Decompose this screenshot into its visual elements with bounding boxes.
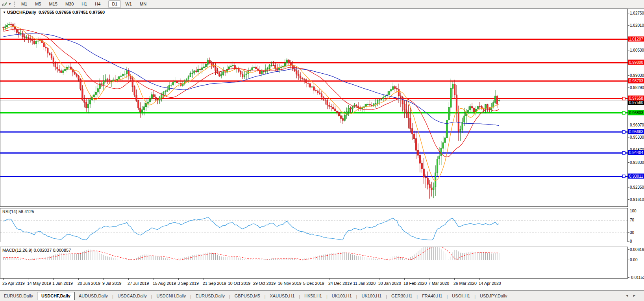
chart-tab-uk100-h1[interactable]: UK100,H1 [328,292,356,300]
level-price-box[interactable]: 1.01207 [628,37,644,42]
chart-tab-usdjpy-daily[interactable]: USDJPY,Daily [476,292,511,300]
date-tick-label: 5 Dec 2019 [303,281,324,286]
chart-tab-eurusd-daily[interactable]: EURUSD,Daily [0,292,37,300]
date-tick-label: 30 Jan 2020 [378,281,401,286]
date-axis: 25 Apr 201914 May 20191 Jun 201920 Jun 2… [0,279,628,289]
chart-tab-usdcnh-daily[interactable]: USDCNH,Daily [153,292,190,300]
chart-tool-icon[interactable] [1,2,7,7]
macd-tick-mark [628,260,629,260]
tabs-scroll-right-icon[interactable]: ► [633,294,640,297]
price-tick-label: 0.92350 [630,185,644,190]
chart-tab-eurusd-daily[interactable]: EURUSD,Daily [192,292,229,300]
level-price-box[interactable]: 0.94404 [628,150,644,155]
date-tick-label: 14 May 2019 [27,281,51,286]
date-tick-mark [454,279,455,280]
date-tick-label: 27 Jul 2019 [128,281,149,286]
date-tick-mark [178,279,179,280]
timeframe-button-h1[interactable]: H1 [78,0,91,8]
date-tick-label: 26 Mar 2020 [453,281,477,286]
price-tick-mark [628,50,629,50]
chart-tab-usoil-h1[interactable]: USOil,H1 [448,292,474,300]
price-tick-mark [628,187,629,188]
date-tick-label: 18 Feb 2020 [403,281,427,286]
chart-tab-gbpusd-m5[interactable]: GBPUSD,M5 [231,292,264,300]
timeframe-button-w1[interactable]: W1 [122,0,135,8]
chart-tab-audusd-daily[interactable]: AUDUSD,Daily [75,292,112,300]
date-tick-label: 20 Jun 2019 [78,281,100,286]
tabs-scroll-left-icon[interactable]: ◄ [625,294,633,297]
timeframe-button-h4[interactable]: H4 [91,0,104,8]
chart-tab-uk100-h1[interactable]: UK100,H1 [357,292,385,300]
date-tick-mark [479,279,480,280]
chart-title: ▼USDCHF,Daily 0.97555 0.97656 0.97451 0.… [3,10,105,15]
timeframe-button-mn[interactable]: MN [136,0,150,8]
chart-ohlc-values: 0.97555 0.97656 0.97451 0.97560 [39,10,105,15]
price-tick-label: 1.00530 [630,48,644,52]
price-tick-label: 0.93830 [630,160,644,165]
date-tick-label: 29 Oct 2019 [253,281,276,286]
date-tick-label: 15 Aug 2019 [153,281,176,286]
rsi-tick-mark [628,220,629,220]
level-price-box[interactable]: 0.98703 [628,78,644,84]
toolbar-grip[interactable] [14,2,15,7]
date-tick-mark [379,279,379,280]
timeframe-toolbar: ▼ M1M5M15M30H1H4D1W1MN [0,0,644,9]
price-chart-panel[interactable] [0,9,628,207]
candlestick-chart [0,9,627,206]
chart-symbol-label: USDCHF,Daily [7,10,36,15]
level-price-box[interactable]: 0.99800 [628,60,644,65]
chart-title-caret[interactable]: ▼ [3,11,6,14]
price-tick-mark [628,162,629,163]
date-tick-label: 7 Mar 2020 [428,281,449,286]
macd-indicator-panel[interactable] [0,247,628,279]
price-tick-mark [628,125,629,125]
chart-tab-fra40-h1[interactable]: FRA40,H1 [418,292,446,300]
date-tick-mark [354,279,354,280]
date-tick-label: 21 Sep 2019 [203,281,226,286]
price-tick-mark [628,199,629,200]
macd-plot [0,247,627,278]
rsi-axis-label: 0 [630,239,632,243]
level-price-box[interactable]: 0.95663 [628,129,644,134]
price-tick-mark [628,13,629,13]
macd-axis-label: -0.011531 [630,275,644,280]
price-tick-label: 0.98290 [630,85,644,90]
timeframe-button-m1[interactable]: M1 [18,0,31,8]
rsi-indicator-panel[interactable] [0,208,628,242]
price-tick-label: 1.02750 [630,11,644,15]
level-price-box[interactable]: 0.97658 [628,96,644,101]
chart-tab-usdcad-daily[interactable]: USDCAD,Daily [114,292,151,300]
date-tick-mark [53,279,54,280]
date-tick-label: 11 Jan 2020 [353,281,376,286]
level-price-box[interactable]: 0.96803 [628,110,644,115]
date-tick-label: 14 Apr 2020 [479,281,501,286]
macd-tick-mark [628,277,629,278]
level-price-box[interactable]: 0.93011 [628,174,644,179]
rsi-axis-label: 70 [630,218,634,222]
chart-tab-hk50-h1[interactable]: HK50,H1 [300,292,326,300]
price-tick-label: 1.02010 [630,23,644,28]
timeframe-button-d1[interactable]: D1 [108,0,121,8]
timeframe-button-m30[interactable]: M30 [62,0,77,8]
date-tick-mark [229,279,229,280]
price-tick-mark [628,25,629,26]
rsi-tick-mark [628,211,629,211]
date-tick-mark [329,279,329,280]
date-tick-mark [78,279,79,280]
chart-tool-dropdown-caret[interactable]: ▼ [8,2,11,6]
timeframe-button-m15[interactable]: M15 [45,0,61,8]
chart-tab-usdchf-daily[interactable]: USDCHF,Daily [37,292,75,300]
date-tick-label: 24 Dec 2019 [328,281,352,286]
chart-tab-xauusd-h1[interactable]: XAUUSD,H1 [266,292,299,300]
macd-label: MACD(12,26,9) 0.002037 0.000857 [2,248,71,253]
timeframe-button-m5[interactable]: M5 [31,0,44,8]
date-tick-label: 16 Nov 2019 [278,281,302,286]
price-tick-mark [628,137,629,137]
rsi-label: RSI(14) 58.4125 [2,209,34,214]
date-tick-mark [103,279,104,280]
chart-tab-ger30-h1[interactable]: GER30,H1 [387,292,416,300]
date-tick-label: 9 Jul 2019 [102,281,121,286]
date-tick-mark [404,279,405,280]
date-tick-mark [279,279,279,280]
price-tick-label: 0.95330 [630,135,644,139]
